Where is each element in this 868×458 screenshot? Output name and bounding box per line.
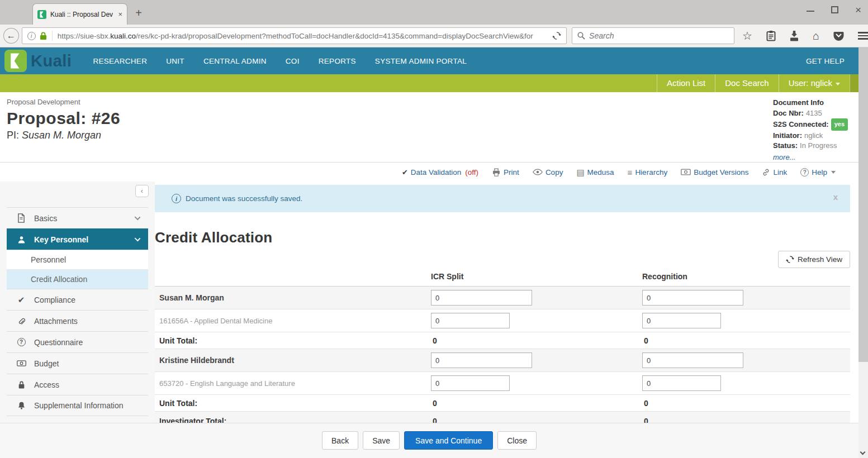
browser-tab[interactable]: Kuali :: Proposal Developme × <box>32 3 127 25</box>
data-validation-link[interactable]: ✔ Data Validation (off) <box>402 168 478 176</box>
doc-nbr-row: Doc Nbr:4135 <box>773 108 848 119</box>
sidebar-item-basics[interactable]: Basics <box>7 207 148 228</box>
url-bar[interactable]: i https://siue-sbx.kuali.co/res/kc-pd-kr… <box>22 27 567 44</box>
doc-search-link[interactable]: Doc Search <box>715 74 778 92</box>
search-box[interactable] <box>572 27 734 44</box>
bell-icon <box>16 401 26 410</box>
success-alert: i Document was successfully saved. x <box>155 185 850 212</box>
column-recognition: Recognition <box>642 272 850 281</box>
recognition-input[interactable] <box>642 352 743 368</box>
eye-icon <box>533 169 543 175</box>
s2s-row: S2S Connected:yes <box>773 118 848 131</box>
back-button[interactable]: ← <box>3 28 19 44</box>
sidebar-item-key-personnel[interactable]: Key Personnel <box>7 228 148 250</box>
user-menu[interactable]: User: nglick <box>779 74 850 92</box>
table-header: ICR Split Recognition <box>155 270 850 286</box>
document-header: Proposal Development Proposal: #26 PI: S… <box>0 92 858 163</box>
sidebar-item-personnel[interactable]: Personnel <box>7 250 148 269</box>
close-button[interactable]: Close <box>497 431 537 450</box>
kuali-favicon-icon <box>37 10 46 19</box>
more-link[interactable]: more... <box>773 152 848 163</box>
scrollbar-down-arrow[interactable] <box>860 450 866 455</box>
section-heading: Credit Allocation <box>155 229 858 246</box>
kuali-logo[interactable] <box>4 50 27 72</box>
window-minimize-button[interactable] <box>807 11 814 12</box>
nav-researcher[interactable]: RESEARCHER <box>93 57 147 65</box>
action-bar-end-cap <box>850 74 858 92</box>
nav-unit[interactable]: UNIT <box>166 57 184 65</box>
save-button[interactable]: Save <box>363 431 400 450</box>
validation-off-state: (off) <box>465 168 478 176</box>
browser-titlebar: Kuali :: Proposal Developme × + × <box>0 0 868 25</box>
chevron-down-icon <box>836 83 840 85</box>
save-and-continue-button[interactable]: Save and Continue <box>404 431 493 450</box>
sidebar-item-questionnaire[interactable]: ? Questionnaire <box>7 331 148 352</box>
sidebar-menu: Basics Key Personnel Personnel <box>7 207 148 416</box>
sidebar-item-access[interactable]: Access <box>7 374 148 395</box>
refresh-view-button[interactable]: Refresh View <box>778 251 850 268</box>
downloads-icon[interactable] <box>790 31 799 41</box>
document-toolbar: ✔ Data Validation (off) Print Copy ▤Medu… <box>0 163 858 182</box>
link-icon <box>762 168 770 176</box>
sidebar-item-attachments[interactable]: Attachments <box>7 310 148 331</box>
home-icon[interactable]: ⌂ <box>813 30 819 41</box>
table-row-person: Kristine Hildebrandt <box>155 349 850 371</box>
nav-coi[interactable]: COI <box>286 57 300 65</box>
medusa-link[interactable]: ▤Medusa <box>576 168 614 176</box>
icr-split-input[interactable] <box>431 313 510 328</box>
alert-close-button[interactable]: x <box>833 192 838 202</box>
chevron-down-icon <box>135 236 141 242</box>
check-icon: ✔ <box>402 168 408 176</box>
sidebar-item-supplemental-information[interactable]: Supplemental Information <box>7 395 148 416</box>
banknote-icon <box>681 169 691 175</box>
get-help-link[interactable]: GET HELP <box>806 57 845 65</box>
main-content: i Document was successfully saved. x Cre… <box>155 182 858 458</box>
hierarchy-link[interactable]: ≡Hierarchy <box>628 168 668 176</box>
action-list-link[interactable]: Action List <box>657 74 715 92</box>
scrollbar-thumb[interactable] <box>858 47 868 362</box>
nav-central-admin[interactable]: CENTRAL ADMIN <box>203 57 267 65</box>
print-link[interactable]: Print <box>492 168 519 176</box>
budget-versions-link[interactable]: Budget Versions <box>681 168 748 176</box>
recognition-input[interactable] <box>642 375 721 391</box>
credit-allocation-table: ICR Split Recognition Susan M. Morgan 16… <box>155 270 850 430</box>
window-maximize-button[interactable] <box>831 6 838 13</box>
sidebar-collapse-button[interactable]: ‹ <box>135 185 149 197</box>
recognition-input[interactable] <box>642 290 743 306</box>
alert-message: Document was successfully saved. <box>186 194 302 203</box>
kuali-brand[interactable]: Kuali <box>31 52 72 70</box>
question-circle-icon: ? <box>16 338 26 346</box>
browser-window: Kuali :: Proposal Developme × + × ← i ht… <box>0 0 868 458</box>
reading-list-icon[interactable] <box>766 30 776 41</box>
icr-split-input[interactable] <box>431 290 532 306</box>
copy-link[interactable]: Copy <box>533 168 563 176</box>
person-icon <box>16 235 26 244</box>
status-row: Status:In Progress <box>773 141 848 151</box>
back-button[interactable]: Back <box>322 431 358 450</box>
menu-icon[interactable] <box>858 32 868 40</box>
pocket-icon[interactable] <box>833 31 844 41</box>
site-info-icon[interactable]: i <box>27 32 36 40</box>
search-icon <box>577 32 585 40</box>
action-bar: Action List Doc Search User: nglick <box>0 74 858 92</box>
search-input[interactable] <box>589 31 718 40</box>
nav-reports[interactable]: REPORTS <box>319 57 356 65</box>
vertical-scrollbar[interactable] <box>858 47 868 458</box>
tab-close-icon[interactable]: × <box>118 11 122 18</box>
help-menu[interactable]: ? Help <box>800 168 836 176</box>
icr-split-input[interactable] <box>431 352 532 368</box>
sidebar-item-credit-allocation[interactable]: Credit Allocation <box>7 269 148 289</box>
window-close-button[interactable]: × <box>855 4 861 15</box>
sidebar-item-budget[interactable]: Budget <box>7 352 148 374</box>
hierarchy-icon: ≡ <box>628 168 633 176</box>
icr-split-input[interactable] <box>431 375 510 391</box>
new-tab-button[interactable]: + <box>131 7 146 20</box>
link-link[interactable]: Link <box>762 168 787 176</box>
nav-system-admin-portal[interactable]: SYSTEM ADMIN PORTAL <box>375 57 467 65</box>
sidebar-item-compliance[interactable]: ✔ Compliance <box>7 289 148 310</box>
recognition-input[interactable] <box>642 313 721 328</box>
printer-icon <box>492 168 501 176</box>
reload-icon[interactable] <box>552 31 561 40</box>
sidebar: ‹ Basics Key Personnel <box>0 182 155 458</box>
bookmark-star-icon[interactable]: ☆ <box>742 30 752 41</box>
